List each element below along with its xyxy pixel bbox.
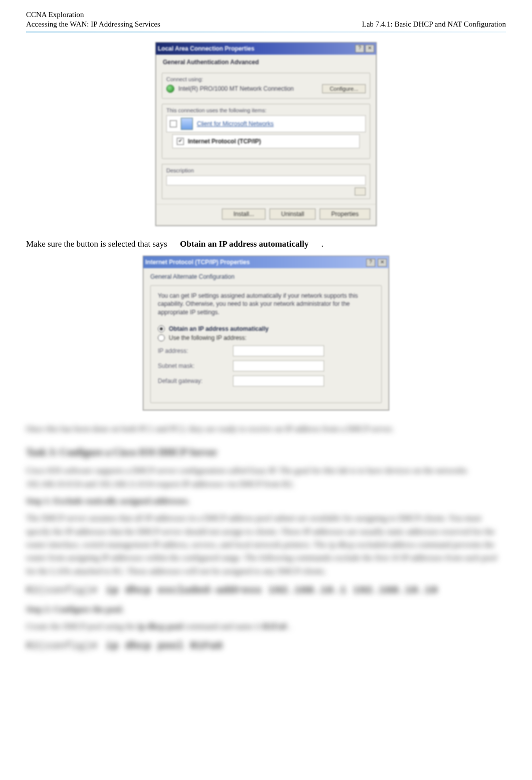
blur-para2: The DHCP server assumes that all IP addr… xyxy=(26,512,506,578)
mono-command: ip dhcp excluded-address 192.168.10.1 19… xyxy=(106,582,438,598)
checkbox-icon[interactable] xyxy=(170,120,177,127)
configure-button[interactable]: Configure... xyxy=(322,84,366,93)
obscured-content: Once this has been done on both PC1 and … xyxy=(26,423,506,654)
uninstall-button[interactable]: Uninstall xyxy=(270,209,316,220)
p3d: R1Fa0 xyxy=(262,622,287,631)
help-icon[interactable]: ? xyxy=(355,45,364,53)
checkbox-icon[interactable] xyxy=(177,138,184,145)
mono-prefix: R2(config)# xyxy=(26,582,98,598)
radio-auto-row[interactable]: Obtain an IP address automatically xyxy=(158,325,374,332)
mono2-prefix: R2(config)# xyxy=(26,638,98,654)
body-line-bold: Obtain an IP address automatically xyxy=(180,239,309,249)
body-line-post: . xyxy=(321,239,323,249)
blur-command-line2: R2(config)# ip dhcp pool R1Fa0 xyxy=(26,639,506,654)
close-icon[interactable]: ✕ xyxy=(365,45,374,53)
dialog-tabs: General Authentication Advanced xyxy=(156,55,376,69)
description-group: Description xyxy=(162,164,370,199)
items-group: This connection uses the following items… xyxy=(162,104,370,159)
mono2-command: ip dhcp pool R1Fa0 xyxy=(106,638,223,654)
tcpip-panel: You can get IP settings assigned automat… xyxy=(150,285,382,403)
ip-address-input[interactable] xyxy=(233,345,324,356)
course-line2: Accessing the WAN: IP Addressing Service… xyxy=(26,20,160,29)
nic-status-text: Intel(R) PRO/1000 MT Network Connection xyxy=(178,85,294,92)
blur-heading: Task 3: Configure a Cisco IOS DHCP Serve… xyxy=(26,445,506,460)
blur-command-line: R2(config)# ip dhcp excluded-address 192… xyxy=(26,583,506,598)
dialog-title: Local Area Connection Properties xyxy=(158,45,254,52)
blur-step1: Step 1: Exclude statically assigned addr… xyxy=(26,495,506,508)
ip-fields: IP address: Subnet mask: Default gateway… xyxy=(158,345,374,386)
description-field xyxy=(166,175,366,185)
properties-button[interactable]: Properties xyxy=(320,209,370,220)
connect-using-group: Connect using: Intel(R) PRO/1000 MT Netw… xyxy=(162,73,370,99)
blur-para: Cisco IOS software supports a DHCP serve… xyxy=(26,464,506,491)
header-left: CCNA Exploration Accessing the WAN: IP A… xyxy=(26,10,160,29)
blur-step2: Step 2: Configure the pool. xyxy=(26,603,506,616)
network-client-icon xyxy=(181,118,193,130)
status-dot-icon xyxy=(166,85,174,93)
p3b: ip dhcp pool xyxy=(138,622,183,631)
lab-title: Lab 7.4.1: Basic DHCP and NAT Configurat… xyxy=(362,20,506,29)
radio-manual-row[interactable]: Use the following IP address: xyxy=(158,334,374,341)
items-label: This connection uses the following items… xyxy=(166,107,366,113)
dialog-actions: Install... Uninstall Properties xyxy=(156,204,376,226)
header-rule xyxy=(26,31,506,33)
tcpip-properties-dialog: Internet Protocol (TCP/IP) Properties ? … xyxy=(143,256,389,411)
radio-checked-icon[interactable] xyxy=(158,325,165,332)
connection-properties-dialog: Local Area Connection Properties ? ✕ Gen… xyxy=(155,42,377,226)
description-label: Description xyxy=(166,167,366,173)
body-paragraph: Make sure the button is selected that sa… xyxy=(26,238,506,250)
protocol-name: Internet Protocol (TCP/IP) xyxy=(188,138,261,145)
connect-using-label: Connect using: xyxy=(166,76,366,82)
subnet-mask-input[interactable] xyxy=(233,360,324,371)
subnet-mask-label: Subnet mask: xyxy=(158,362,233,369)
tcpip-description: You can get IP settings assigned automat… xyxy=(158,292,374,316)
default-gateway-label: Default gateway: xyxy=(158,377,233,384)
p3c: command and name it xyxy=(185,622,260,631)
dialog-tabs: General Alternate Configuration xyxy=(143,268,389,282)
body-line-pre: Make sure the button is selected that sa… xyxy=(26,239,167,249)
p3e: . xyxy=(289,622,291,631)
radio-auto-label: Obtain an IP address automatically xyxy=(169,325,269,332)
page-header: CCNA Exploration Accessing the WAN: IP A… xyxy=(26,10,506,30)
close-icon[interactable]: ✕ xyxy=(378,259,387,267)
dropdown-icon[interactable] xyxy=(355,187,366,196)
ip-address-label: IP address: xyxy=(158,347,233,354)
help-icon[interactable]: ? xyxy=(366,259,375,267)
default-gateway-input[interactable] xyxy=(233,375,324,386)
radio-manual-label: Use the following IP address: xyxy=(169,334,246,341)
radio-unchecked-icon[interactable] xyxy=(158,334,165,341)
course-line1: CCNA Exploration xyxy=(26,10,160,20)
network-client-name[interactable]: Client for Microsoft Networks xyxy=(197,120,274,127)
blur-para3: Create the DHCP pool using the ip dhcp p… xyxy=(26,620,506,633)
dialog-title: Internet Protocol (TCP/IP) Properties xyxy=(145,259,250,266)
dialog-titlebar: Internet Protocol (TCP/IP) Properties ? … xyxy=(143,256,389,268)
protocol-row[interactable]: Internet Protocol (TCP/IP) xyxy=(172,134,360,148)
dialog-titlebar: Local Area Connection Properties ? ✕ xyxy=(156,43,376,55)
blur-line: Once this has been done on both PC1 and … xyxy=(26,423,506,436)
p3a: Create the DHCP pool using the xyxy=(26,622,136,631)
install-button[interactable]: Install... xyxy=(222,209,265,220)
